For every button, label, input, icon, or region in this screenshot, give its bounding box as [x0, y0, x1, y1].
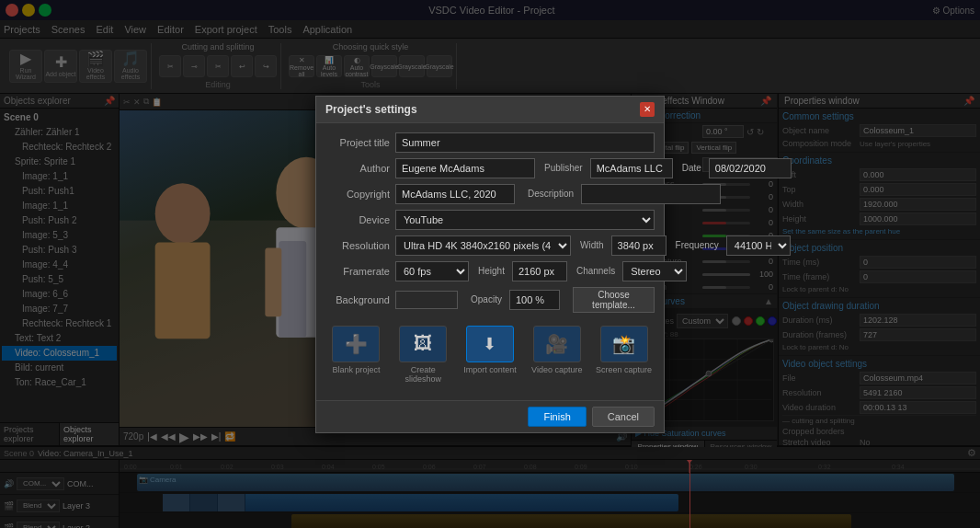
screen-capture-label: Screen capture — [596, 365, 652, 374]
description-input[interactable] — [581, 184, 721, 204]
dialog-title-bar: Project's settings ✕ — [316, 97, 664, 123]
finish-button[interactable]: Finish — [528, 407, 586, 427]
height-dialog-label: Height — [478, 266, 505, 276]
copyright-input[interactable] — [395, 184, 515, 204]
template-screen-capture[interactable]: 📸 Screen capture — [593, 326, 655, 384]
blank-label: Blank project — [332, 365, 380, 374]
bg-label: Background — [325, 294, 390, 305]
title-label: Project title — [325, 137, 390, 148]
import-label: Import content — [463, 365, 517, 374]
dialog-close-button[interactable]: ✕ — [640, 102, 655, 117]
device-select[interactable]: YouTube — [395, 210, 655, 230]
height-dialog-input[interactable] — [512, 261, 567, 281]
framerate-row: Framerate 60 fps Height Channels Stereo — [325, 261, 655, 281]
video-capture-icon: 🎥 — [533, 326, 581, 362]
channels-label: Channels — [576, 266, 615, 276]
opacity-label: Opacity — [471, 294, 502, 304]
cancel-button[interactable]: Cancel — [592, 407, 655, 427]
opacity-input[interactable] — [509, 290, 560, 310]
freq-select[interactable]: 44100 Hz — [726, 235, 791, 256]
slideshow-label: Create slideshow — [393, 365, 454, 384]
author-label: Author — [325, 163, 390, 174]
template-slideshow[interactable]: 🖼 Create slideshow — [393, 326, 454, 384]
date-input[interactable] — [709, 158, 792, 178]
template-blank[interactable]: ➕ Blank project — [325, 326, 387, 384]
import-icon: ⬇ — [466, 326, 514, 362]
device-label: Device — [325, 214, 390, 225]
dialog-body: Project title Author Publisher Date Copy… — [316, 123, 664, 400]
dialog-overlay: Project's settings ✕ Project title Autho… — [0, 0, 980, 528]
project-settings-dialog: Project's settings ✕ Project title Autho… — [315, 96, 665, 433]
blank-icon: ➕ — [332, 326, 380, 362]
title-input[interactable] — [395, 132, 655, 153]
choose-template-btn[interactable]: Choose template... — [573, 287, 655, 313]
video-capture-label: Video capture — [531, 365, 582, 374]
slideshow-icon: 🖼 — [399, 326, 447, 362]
width-dialog-input[interactable] — [611, 235, 667, 256]
project-templates: ➕ Blank project 🖼 Create slideshow ⬇ Imp… — [325, 318, 655, 391]
background-row: Background Opacity Choose template... — [325, 287, 655, 313]
width-dialog-label: Width — [580, 240, 604, 250]
template-video-capture[interactable]: 🎥 Video capture — [526, 326, 587, 384]
bg-color-picker[interactable] — [395, 291, 458, 309]
author-row: Author Publisher Date — [325, 158, 655, 178]
author-input[interactable] — [395, 158, 535, 178]
template-import[interactable]: ⬇ Import content — [460, 326, 521, 384]
date-label: Date — [682, 163, 701, 173]
dialog-footer: Finish Cancel — [316, 400, 664, 432]
copyright-row: Copyright Description — [325, 184, 655, 204]
framerate-label: Framerate — [325, 266, 390, 277]
copyright-label: Copyright — [325, 189, 390, 200]
screen-capture-icon: 📸 — [600, 326, 648, 362]
resolution-select[interactable]: Ultra HD 4K 3840x2160 pixels (4 — [395, 235, 571, 256]
freq-label: Frequency — [676, 240, 719, 250]
device-row: Device YouTube — [325, 210, 655, 230]
framerate-select[interactable]: 60 fps — [395, 261, 469, 281]
publisher-input[interactable] — [590, 158, 673, 178]
publisher-label: Publisher — [544, 163, 583, 173]
res-dialog-label: Resolution — [325, 240, 390, 251]
channels-select[interactable]: Stereo — [622, 261, 687, 281]
resolution-row: Resolution Ultra HD 4K 3840x2160 pixels … — [325, 235, 655, 256]
desc-label: Description — [528, 189, 574, 199]
project-title-row: Project title — [325, 132, 655, 153]
dialog-title-label: Project's settings — [325, 103, 417, 116]
